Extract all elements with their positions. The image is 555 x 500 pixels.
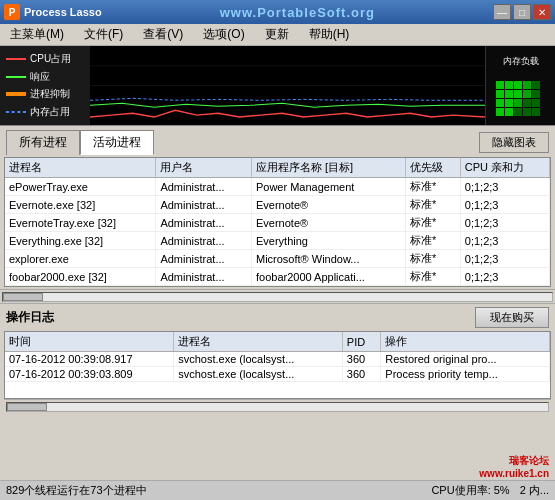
cpu-affinity-cell: 0;1;2;3 [460,250,549,268]
chart-legend: CPU占用 响应 进程抑制 内存占用 [0,46,90,125]
memory-cell [523,108,531,116]
title-controls: — □ ✕ [493,4,551,20]
chart-area: CPU占用 响应 进程抑制 内存占用 内存负载 [0,46,555,126]
log-header-row: 操作日志 现在购买 [0,304,555,331]
memory-row-1 [496,81,546,89]
log-col-pid: PID [342,332,380,352]
minimize-button[interactable]: — [493,4,511,20]
priority-cell: 标准* [405,250,460,268]
menu-file[interactable]: 文件(F) [78,25,129,44]
col-cpu-affinity: CPU 亲和力 [460,158,549,178]
menu-help[interactable]: 帮助(H) [303,25,356,44]
memory-cell [496,81,504,89]
log-table-header: 时间 进程名 PID 操作 [5,332,550,352]
app-name-cell: Power Management [251,178,405,196]
tab-all-processes[interactable]: 所有进程 [6,130,80,155]
log-row[interactable]: 07-16-2012 00:39:03.809 svchost.exe (loc… [5,367,550,382]
cpu-affinity-cell: 0;1;2;3 [460,178,549,196]
table-row[interactable]: Everything.exe [32] Administrat... Every… [5,232,550,250]
col-app-name: 应用程序名称 [目标] [251,158,405,178]
hscroll-track [2,292,553,302]
process-table-hscroll[interactable] [0,289,555,303]
legend-response: 响应 [6,70,84,84]
process-table[interactable]: 进程名 用户名 应用程序名称 [目标] 优先级 CPU 亲和力 ePowerTr… [4,157,551,287]
buy-button[interactable]: 现在购买 [475,307,549,328]
log-table[interactable]: 时间 进程名 PID 操作 07-16-2012 00:39:08.917 sv… [4,331,551,399]
memory-info-label: 2 内... [520,483,549,498]
user-name-cell: Administrat... [156,232,252,250]
user-name-cell: Administrat... [156,196,252,214]
cpu-affinity-cell: 0;1;2;3 [460,214,549,232]
log-table-body: 07-16-2012 00:39:08.917 svchost.exe (loc… [5,352,550,382]
table-row[interactable]: foobar2000.exe [32] Administrat... fooba… [5,268,550,286]
hide-icon-button[interactable]: 隐藏图表 [479,132,549,153]
memory-cell [523,90,531,98]
log-time-cell: 07-16-2012 00:39:08.917 [5,352,174,367]
cpu-usage-label: CPU使用率: 5% [431,483,509,498]
memory-cell [496,108,504,116]
log-hscroll-track [6,402,549,412]
memory-cell [514,99,522,107]
log-action-cell: Process priority temp... [381,367,550,382]
response-color [6,76,26,78]
memory-cell [496,99,504,107]
menu-update[interactable]: 更新 [259,25,295,44]
app-name-cell: Everything [251,232,405,250]
log-time-cell: 07-16-2012 00:39:03.809 [5,367,174,382]
memory-row-3 [496,99,546,107]
maximize-button[interactable]: □ [513,4,531,20]
priority-cell: 标准* [405,214,460,232]
status-bar: 829个线程运行在73个进程中 CPU使用率: 5% 2 内... [0,480,555,500]
cpu-affinity-cell: 0;1;2;3 [460,232,549,250]
log-process-cell: svchost.exe (localsyst... [174,367,343,382]
title-center-text: www.PortableSoft.org [220,5,375,20]
menu-main[interactable]: 主菜单(M) [4,25,70,44]
memory-bars [496,81,546,116]
memory-row-2 [496,90,546,98]
menu-view[interactable]: 查看(V) [137,25,189,44]
cpu-chart-svg [90,46,485,125]
watermark-line2: www.ruike1.cn [479,467,549,480]
legend-response-label: 响应 [30,70,50,84]
legend-memory: 内存占用 [6,105,84,119]
priority-cell: 标准* [405,232,460,250]
memory-cell [532,108,540,116]
log-action-cell: Restored original pro... [381,352,550,367]
process-name-cell: Everything.exe [32] [5,232,156,250]
cpu-affinity-cell: 0;1;2;3 [460,196,549,214]
menu-options[interactable]: 选项(O) [197,25,250,44]
log-row[interactable]: 07-16-2012 00:39:08.917 svchost.exe (loc… [5,352,550,367]
process-name-cell: ePowerTray.exe [5,178,156,196]
memory-cell [523,99,531,107]
process-tabs: 所有进程 活动进程 [6,130,154,155]
memory-cell [514,108,522,116]
table-row[interactable]: EvernoteTray.exe [32] Administrat... Eve… [5,214,550,232]
log-process-cell: svchost.exe (localsyst... [174,352,343,367]
close-button[interactable]: ✕ [533,4,551,20]
log-hscroll[interactable] [4,399,551,413]
table-row[interactable]: explorer.exe Administrat... Microsoft® W… [5,250,550,268]
log-section-label: 操作日志 [6,309,54,326]
hscroll-thumb[interactable] [3,293,43,301]
legend-memory-label: 内存占用 [30,105,70,119]
log-data-table: 时间 进程名 PID 操作 07-16-2012 00:39:08.917 sv… [5,332,550,382]
user-name-cell: Administrat... [156,250,252,268]
process-table-body: ePowerTray.exe Administrat... Power Mana… [5,178,550,286]
cpu-affinity-cell: 0;1;2;3 [460,268,549,286]
cpu-color [6,58,26,60]
log-col-process: 进程名 [174,332,343,352]
memory-cell [514,90,522,98]
process-name-cell: explorer.exe [5,250,156,268]
app-name-cell: Evernote® [251,196,405,214]
memory-cell [532,99,540,107]
memory-indicator: 内存负载 [485,46,555,125]
tab-active-processes[interactable]: 活动进程 [80,130,154,155]
log-hscroll-thumb[interactable] [7,403,47,411]
memory-cell [505,90,513,98]
table-row[interactable]: Evernote.exe [32] Administrat... Evernot… [5,196,550,214]
user-name-cell: Administrat... [156,268,252,286]
table-row[interactable]: ePowerTray.exe Administrat... Power Mana… [5,178,550,196]
watermark: 瑞客论坛 www.ruike1.cn [479,454,549,480]
user-name-cell: Administrat... [156,214,252,232]
memory-cell [532,81,540,89]
